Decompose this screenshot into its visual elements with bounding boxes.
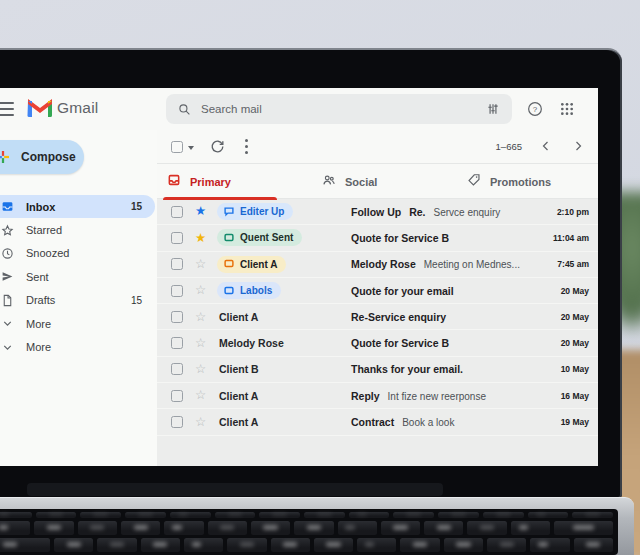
keyboard-key: [97, 538, 136, 552]
newer-page-icon[interactable]: [540, 140, 552, 152]
email-checkbox[interactable]: [171, 285, 183, 297]
sender-cell: Editer Up: [217, 203, 345, 220]
email-time: 2:10 pm: [542, 207, 598, 217]
select-dropdown-icon[interactable]: [188, 146, 194, 150]
star-toggle-icon[interactable]: ★: [192, 205, 209, 218]
subject-cell: ReplyInt fize new reerponse: [345, 390, 542, 402]
email-row[interactable]: ☆Client AMelody RoseMeeting on Mednes...…: [157, 252, 598, 278]
star-toggle-icon[interactable]: ☆: [192, 311, 209, 324]
label-chip[interactable]: Quent Sent: [217, 229, 302, 246]
gmail-brand-text: Gmail: [57, 99, 98, 117]
sidebar-item-inbox[interactable]: Inbox15: [0, 195, 155, 218]
sender-cell: Client A: [217, 256, 345, 273]
email-row[interactable]: ☆LabolsQuote for your email20 May: [157, 278, 598, 304]
star-toggle-icon[interactable]: ☆: [192, 389, 209, 402]
email-time: 10 May: [542, 364, 598, 374]
subject-cell: Quote for Service B: [345, 337, 542, 349]
tab-label: Social: [345, 176, 377, 188]
snippet-text: Meeting on Mednes...: [424, 259, 520, 270]
tab-promotions[interactable]: Promotions: [467, 164, 551, 199]
email-checkbox[interactable]: [171, 337, 183, 349]
laptop-keyboard: [0, 509, 618, 555]
list-toolbar: 1–665: [157, 130, 598, 164]
sender-name: Client A: [217, 390, 258, 402]
search-bar[interactable]: [166, 94, 512, 124]
apps-grid-icon[interactable]: [559, 101, 575, 117]
email-checkbox[interactable]: [171, 311, 183, 323]
email-checkbox[interactable]: [171, 232, 183, 244]
star-toggle-icon[interactable]: ☆: [192, 258, 209, 271]
svg-text:?: ?: [533, 105, 538, 114]
keyboard-key: [170, 512, 211, 518]
label-rect-icon: [223, 282, 235, 300]
sender-cell: Client A: [217, 390, 345, 402]
sender-name: Client A: [217, 311, 258, 323]
subject-cell: Melody RoseMeeting on Mednes...: [345, 258, 542, 270]
email-checkbox[interactable]: [171, 416, 183, 428]
email-row[interactable]: ★Editer UpFollow UpRe.Servce enquiry2:10…: [157, 199, 598, 225]
tab-primary[interactable]: Primary: [167, 164, 231, 199]
more-options-icon[interactable]: [245, 139, 248, 157]
keyboard-key: [208, 521, 247, 535]
help-icon[interactable]: ?: [527, 101, 543, 117]
sidebar-item-snoozed[interactable]: Snoozed: [0, 242, 155, 265]
chip-text: Editer Up: [240, 206, 284, 217]
email-checkbox[interactable]: [171, 206, 183, 218]
select-all-checkbox[interactable]: [171, 141, 183, 153]
older-page-icon[interactable]: [572, 140, 584, 152]
search-input[interactable]: [201, 103, 486, 115]
compose-label: Compose: [21, 150, 76, 164]
subject-text: Melody Rose: [351, 258, 416, 270]
email-row[interactable]: ☆Client AReplyInt fize new reerponse16 M…: [157, 383, 598, 409]
email-checkbox[interactable]: [171, 390, 183, 402]
label-chip[interactable]: Editer Up: [217, 203, 293, 220]
label-chip[interactable]: Client A: [217, 256, 286, 273]
star-toggle-icon[interactable]: ☆: [192, 284, 209, 297]
email-time: 16 May: [542, 391, 598, 401]
keyboard-key: [338, 521, 377, 535]
keyboard-key: [0, 538, 50, 552]
sender-name: Client B: [217, 363, 259, 375]
tab-social[interactable]: Social: [322, 164, 377, 199]
email-row[interactable]: ☆Client BThanks for your email.10 May: [157, 357, 598, 383]
sidebar-item-more-5[interactable]: More: [0, 312, 155, 335]
keyboard-key: [444, 538, 483, 552]
sidebar-item-label: More: [26, 341, 51, 353]
star-toggle-icon[interactable]: ☆: [192, 337, 209, 350]
label-chip[interactable]: Labols: [217, 282, 281, 299]
star-toggle-icon[interactable]: ☆: [192, 363, 209, 376]
email-row[interactable]: ☆Client AContractBook a look19 May: [157, 409, 598, 435]
refresh-icon[interactable]: [210, 139, 225, 154]
chat-bubble-icon: [223, 203, 235, 221]
sidebar-item-more-6[interactable]: More: [0, 335, 155, 358]
sidebar-item-starred[interactable]: Starred: [0, 218, 155, 241]
subject-text: Follow Up: [351, 206, 401, 218]
keyboard-key: [125, 512, 166, 518]
keyboard-key: [530, 538, 569, 552]
laptop-screen: Gmail ? Compose Inbox15StarredSnoozedSen…: [0, 88, 598, 466]
star-toggle-icon[interactable]: ☆: [192, 416, 209, 429]
sidebar-item-drafts[interactable]: Drafts15: [0, 289, 155, 312]
search-options-icon[interactable]: [486, 102, 500, 116]
star-toggle-icon[interactable]: ★: [192, 232, 209, 245]
keyboard-key: [36, 512, 77, 518]
email-row[interactable]: ☆Melody RoseQuote for Service B20 May: [157, 330, 598, 356]
main-menu-icon[interactable]: [0, 102, 14, 116]
email-time: 11:04 am: [542, 233, 598, 243]
email-checkbox[interactable]: [171, 363, 183, 375]
compose-button[interactable]: Compose: [0, 140, 84, 174]
subject-text: Re.: [409, 206, 425, 218]
keyboard-key: [0, 512, 32, 518]
label-rect-icon: [223, 255, 235, 273]
sidebar-item-label: Sent: [26, 271, 49, 283]
email-checkbox[interactable]: [171, 258, 183, 270]
keyboard-key: [349, 512, 390, 518]
snippet-text: Book a look: [402, 417, 454, 428]
sidebar-item-sent[interactable]: Sent: [0, 265, 155, 288]
subject-text: Reply: [351, 390, 380, 402]
email-row[interactable]: ★Quent SentQuote for Service B11:04 am: [157, 225, 598, 251]
email-row[interactable]: ☆Client ARe-Service enquiry20 May: [157, 304, 598, 330]
keyboard-key: [528, 512, 569, 518]
snooze-icon: [1, 247, 18, 260]
keyboard-key: [424, 521, 463, 535]
